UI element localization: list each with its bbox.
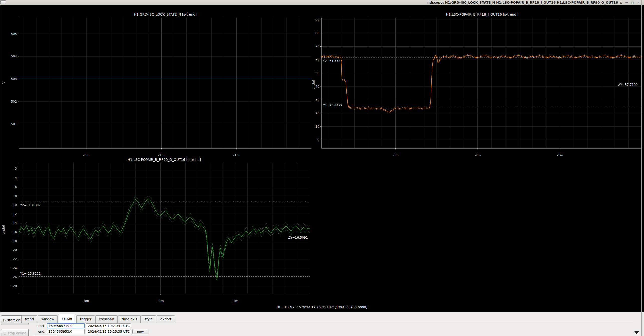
y-tick-label: 502 [11, 100, 17, 103]
y-tick-label: 50 [315, 71, 319, 75]
tab-time-axis[interactable]: time axis [118, 315, 141, 323]
plot-lsc-popair-rf90-q[interactable]: -2-4-6-8-10-12-14-16-18-20-22-24-26-28-3… [0, 157, 316, 311]
window-title: ndscope: H1:GRD-ISC_LOCK_STATE_N H1:LSC-… [8, 1, 618, 5]
stop-online-button[interactable]: □ stop online [1, 329, 29, 336]
y-tick-label: 504 [11, 54, 17, 58]
y-tick-label: -14 [12, 221, 17, 225]
series-envelope [321, 54, 642, 111]
tab-range[interactable]: range [58, 314, 76, 323]
cursor-y2-label: Y2=-9.31307 [20, 203, 41, 207]
minimize-window-button[interactable]: — [625, 0, 628, 5]
y-tick-label: 30 [315, 98, 319, 102]
panel-edge-divider [641, 0, 642, 336]
scroll-down-arrow-icon[interactable] [634, 331, 639, 334]
y-tick-label: -28 [12, 284, 17, 288]
y-tick-label: -8 [14, 194, 17, 198]
series-envelope [321, 56, 642, 113]
start-gps-input[interactable]: 1394565719.0 [47, 323, 85, 328]
tab-window[interactable]: window [38, 315, 58, 323]
y-tick-label: -26 [12, 275, 17, 279]
y-tick-label: -18 [12, 239, 17, 243]
x-tick-label: -3m [83, 153, 89, 157]
plot-grid: 505504503502501-3m-2m-1mH1:GRD-ISC_LOCK_… [0, 5, 644, 312]
y-tick-label: 20 [315, 111, 319, 115]
x-tick-label: -3m [83, 299, 89, 303]
start-date-display[interactable]: 2024/03/15 19:21:41 UTC [86, 323, 131, 328]
y-tick-label: -10 [12, 203, 17, 207]
now-label: now [137, 330, 144, 334]
start-date-value: 2024/03/15 19:21:41 UTC [88, 324, 130, 328]
y-tick-label: -2 [14, 167, 17, 171]
control-panel: ▷ start online □ stop online trendwindow… [0, 312, 644, 336]
plot-title: H1:GRD-ISC_LOCK_STATE_N [s-trend] [134, 12, 197, 16]
y-tick-label: -22 [12, 257, 17, 261]
y-tick-label: -24 [12, 266, 17, 270]
close-window-button[interactable]: ✕ [636, 0, 640, 5]
end-field-label: end: [28, 330, 45, 333]
y-tick-label: -6 [14, 185, 17, 189]
now-button[interactable]: now [132, 329, 148, 334]
x-tick-label: -2m [475, 153, 481, 157]
x-tick-label: -2m [157, 299, 164, 303]
cursor-y1-label: Y1=23.8479 [323, 103, 342, 107]
window-menu-button[interactable] [0, 0, 6, 4]
x-tick-label: -3m [392, 153, 399, 157]
stop-online-label: stop online [8, 331, 26, 335]
cursor-delta-label: ΔY=16.5091 [288, 236, 308, 239]
tab-export[interactable]: export [157, 315, 175, 323]
y-tick-label: 60 [315, 58, 319, 62]
tab-style[interactable]: style [141, 315, 156, 323]
titlebar[interactable]: ndscope: H1:GRD-ISC_LOCK_STATE_N H1:LSC-… [0, 0, 644, 5]
cursor-y2-label: Y2=61.5587 [323, 59, 342, 63]
shade-window-button[interactable]: ∧ [619, 0, 623, 5]
t0-readout: t0 = Fri Mar 15 2024 19:25:35 UTC [13945… [0, 305, 644, 310]
plot-title: H1:LSC-POPAIR_B_RF18_I_OUT16 [s-trend] [446, 12, 518, 16]
y-tick-label: 10 [315, 125, 319, 128]
plot-grd-isc-lock-state[interactable]: 505504503502501-3m-2m-1mH1:GRD-ISC_LOCK_… [0, 5, 316, 159]
cursor-delta-label: ΔY=37.7109 [618, 83, 638, 87]
y-tick-label: 90 [315, 18, 319, 22]
start-field-label: start: [28, 324, 45, 328]
series-line [19, 199, 310, 279]
settings-tabstrip: trendwindowrangetriggercrosshairtime axi… [21, 314, 175, 323]
y-tick-label: -4 [14, 176, 17, 180]
y-tick-label: -12 [12, 212, 17, 216]
series-line [321, 55, 642, 112]
start-gps-value: 1394565719.0 [49, 324, 72, 328]
text-caret [73, 324, 73, 327]
y-axis-label: V [2, 81, 5, 84]
y-tick-label: 501 [11, 122, 17, 126]
plot-lsc-popair-rf18-i[interactable]: 9080706050403020100-3m-2m-1mH1:LSC-POPAI… [312, 5, 644, 159]
plot-title: H1:LSC-POPAIR_B_RF90_Q_OUT16 [s-trend] [128, 158, 201, 162]
x-tick-label: -2m [158, 153, 165, 157]
ndscope-window: ndscope: H1:GRD-ISC_LOCK_STATE_N H1:LSC-… [0, 0, 644, 336]
stop-icon: □ [3, 331, 6, 335]
y-tick-label: -16 [12, 230, 17, 234]
tab-crosshair[interactable]: crosshair [95, 315, 118, 323]
x-tick-label: -1m [233, 153, 240, 157]
y-axis-label: undef [312, 80, 315, 90]
y-tick-label: 505 [11, 32, 17, 36]
x-tick-label: -1m [232, 299, 238, 303]
y-tick-label: 70 [315, 44, 319, 48]
y-tick-label: 503 [11, 77, 17, 81]
cursor-y1-label: Y1=-25.8222 [20, 272, 41, 275]
end-gps-input[interactable]: 1394565953.0 [47, 329, 85, 334]
tab-trend[interactable]: trend [21, 315, 37, 323]
y-axis-label: undef [2, 225, 5, 234]
end-gps-value: 1394565953.0 [48, 330, 72, 333]
maximize-window-button[interactable]: □ [631, 0, 634, 5]
x-tick-label: -1m [557, 153, 563, 157]
end-date-display[interactable]: 2024/03/15 19:25:35 UTC [86, 329, 131, 334]
end-date-value: 2024/03/15 19:25:35 UTC [88, 330, 130, 333]
y-tick-label: 80 [315, 31, 319, 35]
series-envelope [19, 195, 310, 277]
y-tick-label: 40 [315, 85, 319, 88]
clipped-widget-sliver [34, 335, 58, 336]
tab-trigger[interactable]: trigger [76, 315, 95, 323]
play-icon: ▷ [3, 318, 6, 322]
y-tick-label: -20 [12, 248, 17, 252]
y-tick-label: 0 [317, 138, 319, 142]
